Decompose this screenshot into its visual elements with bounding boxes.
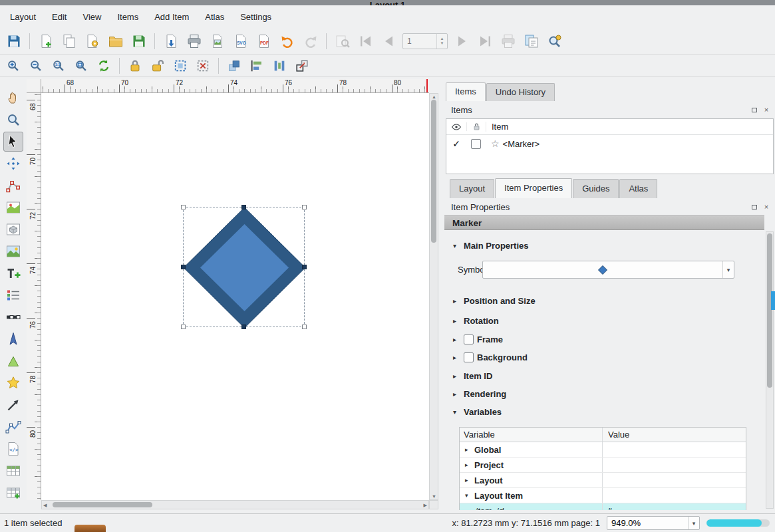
tab-atlas[interactable]: Atlas [619, 179, 657, 198]
select-move-item-tool[interactable] [3, 132, 23, 152]
spinbox-arrows-icon[interactable]: ▲▼ [436, 34, 447, 49]
add-attribute-table-tool[interactable] [3, 461, 23, 481]
redo-button[interactable] [299, 31, 321, 51]
scrollbar-thumb[interactable] [431, 100, 436, 243]
combo-dropdown-arrow[interactable]: ▾ [722, 261, 734, 278]
item-row-marker[interactable]: ✓ ☆<Marker> [446, 135, 773, 152]
align-items-button[interactable] [246, 57, 267, 75]
export-as-image-button[interactable] [206, 31, 228, 51]
section-main-properties[interactable]: ▾Main Properties [444, 239, 764, 252]
first-feature-button[interactable] [355, 31, 377, 51]
section-position-and-size[interactable]: ▸Position and Size [444, 294, 764, 307]
zoom-actual-button[interactable]: 1:1 [48, 57, 69, 75]
resize-handle[interactable] [181, 325, 186, 329]
refresh-view-button[interactable] [93, 57, 114, 75]
frame-checkbox[interactable] [464, 334, 474, 344]
edit-nodes-item-tool[interactable] [3, 176, 23, 196]
add-picture-tool[interactable] [3, 241, 23, 261]
properties-scrollbar[interactable] [766, 231, 774, 509]
previous-feature-button[interactable] [378, 31, 400, 51]
menu-view[interactable]: View [75, 9, 108, 25]
add-items-from-template-button[interactable] [160, 31, 182, 51]
props-panel-close-button[interactable]: × [762, 202, 771, 211]
save-as-template-button[interactable] [128, 31, 150, 51]
zoom-full-button[interactable] [71, 57, 92, 75]
variables-group-layout[interactable]: ▸Layout [460, 473, 746, 488]
export-as-svg-button[interactable]: SVG [230, 31, 251, 51]
add-map-tool[interactable] [3, 198, 23, 217]
lock-checkbox[interactable] [466, 139, 486, 149]
layout-canvas[interactable] [41, 93, 429, 500]
menu-atlas[interactable]: Atlas [198, 9, 232, 25]
canvas-vertical-scrollbar[interactable]: ▲ ▼ [429, 93, 438, 500]
tab-items[interactable]: Items [446, 82, 486, 101]
raise-items-button[interactable] [224, 57, 245, 75]
distribute-items-button[interactable] [269, 57, 290, 75]
scroll-right-icon[interactable]: ▶ [424, 503, 427, 507]
pan-tool[interactable] [3, 88, 23, 108]
canvas-horizontal-scrollbar[interactable]: ◀ ▶ [41, 500, 429, 509]
select-all-button[interactable] [170, 57, 191, 75]
section-item-id[interactable]: ▸Item ID [444, 369, 764, 382]
print-layout-button[interactable] [183, 31, 205, 51]
last-feature-button[interactable] [474, 31, 496, 51]
scrollbar-thumb[interactable] [53, 502, 152, 507]
resize-handle[interactable] [181, 265, 186, 269]
zoom-in-button[interactable] [3, 57, 24, 75]
zoom-dropdown-arrow[interactable]: ▾ [688, 517, 699, 529]
menu-layout[interactable]: Layout [3, 9, 43, 25]
export-atlas-button[interactable] [520, 31, 542, 51]
items-panel-float-button[interactable] [750, 105, 759, 114]
scrollbar-thumb[interactable] [767, 233, 772, 388]
resize-handle[interactable] [181, 205, 186, 209]
section-rotation[interactable]: ▸Rotation [444, 314, 764, 327]
atlas-page-input[interactable] [403, 34, 436, 49]
deselect-all-button[interactable] [192, 57, 214, 75]
props-panel-float-button[interactable] [750, 202, 759, 211]
move-item-content-tool[interactable] [3, 154, 23, 174]
add-html-tool[interactable]: </> [3, 439, 23, 459]
add-shape-tool[interactable] [3, 351, 23, 371]
item-label-cell[interactable]: ☆<Marker> [486, 138, 773, 149]
resize-handle[interactable] [241, 205, 246, 209]
background-checkbox[interactable] [464, 352, 474, 362]
add-3d-map-tool[interactable] [3, 219, 23, 239]
unlock-items-button[interactable] [147, 57, 168, 75]
zoom-combobox[interactable]: ▾ [607, 516, 700, 530]
variables-group-global[interactable]: ▸Global [460, 442, 746, 458]
menu-edit[interactable]: Edit [45, 9, 74, 25]
resize-items-button[interactable] [291, 57, 313, 75]
atlas-page-spinbox[interactable]: ▲▼ [402, 33, 448, 49]
section-rendering[interactable]: ▸Rendering [444, 387, 764, 400]
tab-guides[interactable]: Guides [573, 179, 619, 198]
undo-button[interactable] [276, 31, 298, 51]
zoom-tool[interactable] [3, 110, 23, 130]
resize-handle[interactable] [302, 325, 307, 329]
next-feature-button[interactable] [450, 31, 472, 51]
symbol-combo[interactable]: ▾ [482, 261, 734, 279]
add-marker-tool[interactable] [3, 373, 23, 393]
lock-items-button[interactable] [124, 57, 146, 75]
tab-item-properties[interactable]: Item Properties [495, 178, 572, 198]
menu-add-item[interactable]: Add Item [147, 9, 196, 25]
tab-undo-history[interactable]: Undo History [486, 83, 555, 101]
print-atlas-button[interactable] [497, 31, 519, 51]
variables-group-project[interactable]: ▸Project [460, 458, 746, 473]
marker-item[interactable] [184, 207, 305, 328]
layout-manager-button[interactable] [81, 31, 103, 51]
add-node-item-tool[interactable] [3, 417, 23, 437]
new-layout-button[interactable] [35, 31, 57, 51]
atlas-settings-button[interactable] [543, 31, 565, 51]
resize-handle[interactable] [302, 205, 307, 209]
menu-items[interactable]: Items [110, 9, 146, 25]
add-legend-tool[interactable] [3, 285, 23, 305]
scroll-up-icon[interactable]: ▲ [432, 94, 436, 99]
variables-group-layout-item[interactable]: ▾Layout Item [460, 488, 746, 503]
visibility-check-icon[interactable]: ✓ [446, 138, 466, 149]
section-frame[interactable]: ▸ Frame [444, 332, 764, 346]
tab-layout[interactable]: Layout [450, 179, 494, 198]
scroll-down-icon[interactable]: ▼ [432, 494, 436, 499]
section-background[interactable]: ▸ Background [444, 350, 764, 364]
save-project-button[interactable] [3, 31, 25, 51]
scroll-left-icon[interactable]: ◀ [43, 503, 47, 507]
